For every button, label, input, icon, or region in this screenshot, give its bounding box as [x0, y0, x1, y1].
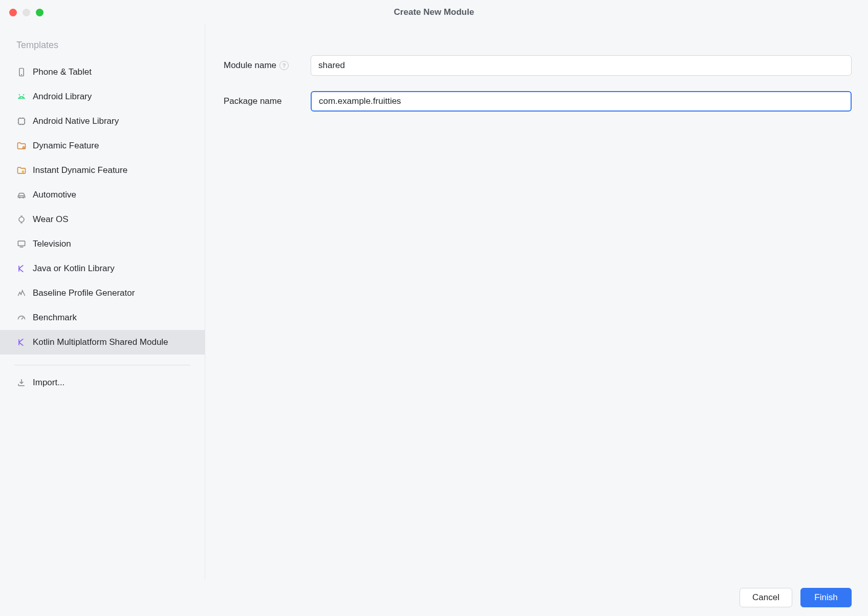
form-area: Module name ? Package name [205, 25, 868, 579]
car-icon [16, 190, 27, 200]
footer: Cancel Finish [0, 579, 868, 616]
svg-point-2 [20, 97, 20, 97]
template-item-label: Java or Kotlin Library [33, 263, 115, 274]
import-list: Import... [0, 370, 205, 395]
template-item-label: Instant Dynamic Feature [33, 165, 127, 175]
template-item-label: Television [33, 239, 71, 249]
tv-icon [16, 239, 27, 249]
folder-gear-icon [16, 141, 27, 151]
help-icon[interactable]: ? [279, 61, 289, 70]
kotlin-icon [16, 263, 27, 274]
minimize-window-button[interactable] [23, 9, 30, 16]
module-name-input[interactable] [311, 55, 852, 76]
template-item-television[interactable]: Television [0, 232, 205, 256]
svg-line-4 [19, 94, 20, 96]
maximize-window-button[interactable] [36, 9, 44, 16]
baseline-icon [16, 288, 27, 298]
import-item-label: Import... [33, 378, 64, 388]
template-item-android-library[interactable]: Android Library [0, 84, 205, 109]
svg-rect-20 [18, 241, 25, 246]
templates-sidebar: Templates Phone & TabletAndroid LibraryA… [0, 25, 205, 579]
main-content: Templates Phone & TabletAndroid LibraryA… [0, 25, 868, 579]
svg-line-22 [21, 317, 23, 319]
template-item-java-or-kotlin-library[interactable]: Java or Kotlin Library [0, 256, 205, 281]
template-item-kotlin-multiplatform-shared-module[interactable]: Kotlin Multiplatform Shared Module [0, 330, 205, 355]
template-item-label: Benchmark [33, 313, 77, 323]
android-icon [16, 92, 27, 102]
device-icon [16, 67, 27, 77]
module-name-label: Module name [224, 60, 276, 71]
svg-point-1 [21, 75, 22, 75]
sidebar-divider [14, 365, 190, 365]
template-item-automotive[interactable]: Automotive [0, 183, 205, 207]
package-name-row: Package name [224, 91, 852, 112]
template-item-wear-os[interactable]: Wear OS [0, 207, 205, 232]
gauge-icon [16, 313, 27, 323]
template-item-label: Automotive [33, 190, 76, 200]
kotlin-icon [16, 337, 27, 347]
sidebar-heading: Templates [0, 25, 205, 60]
template-item-baseline-profile-generator[interactable]: Baseline Profile Generator [0, 281, 205, 305]
watch-icon [16, 214, 27, 225]
template-item-phone-tablet[interactable]: Phone & Tablet [0, 60, 205, 84]
titlebar: Create New Module [0, 0, 868, 25]
template-list: Phone & TabletAndroid LibraryAndroid Nat… [0, 60, 205, 355]
dialog-title: Create New Module [394, 7, 474, 17]
template-item-label: Baseline Profile Generator [33, 288, 135, 298]
svg-rect-6 [18, 118, 25, 124]
svg-point-19 [19, 217, 24, 222]
cancel-button[interactable]: Cancel [740, 588, 792, 607]
template-item-label: Phone & Tablet [33, 67, 92, 77]
svg-line-5 [23, 94, 24, 96]
package-name-label: Package name [224, 96, 281, 106]
import-icon [16, 378, 27, 388]
import-item[interactable]: Import... [0, 370, 205, 395]
template-item-label: Dynamic Feature [33, 141, 99, 151]
svg-point-3 [23, 97, 23, 97]
module-name-row: Module name ? [224, 55, 852, 76]
template-item-label: Android Library [33, 92, 92, 102]
svg-point-18 [23, 197, 24, 198]
native-icon [16, 116, 27, 126]
package-name-input[interactable] [311, 91, 852, 112]
svg-point-15 [23, 147, 25, 148]
template-item-instant-dynamic-feature[interactable]: Instant Dynamic Feature [0, 158, 205, 183]
template-item-label: Kotlin Multiplatform Shared Module [33, 337, 168, 347]
template-item-dynamic-feature[interactable]: Dynamic Feature [0, 134, 205, 158]
close-window-button[interactable] [9, 9, 17, 16]
svg-point-17 [19, 197, 20, 198]
template-item-benchmark[interactable]: Benchmark [0, 305, 205, 330]
folder-bolt-icon [16, 165, 27, 175]
template-item-android-native-library[interactable]: Android Native Library [0, 109, 205, 134]
template-item-label: Android Native Library [33, 116, 119, 126]
template-item-label: Wear OS [33, 214, 69, 225]
finish-button[interactable]: Finish [800, 588, 852, 607]
